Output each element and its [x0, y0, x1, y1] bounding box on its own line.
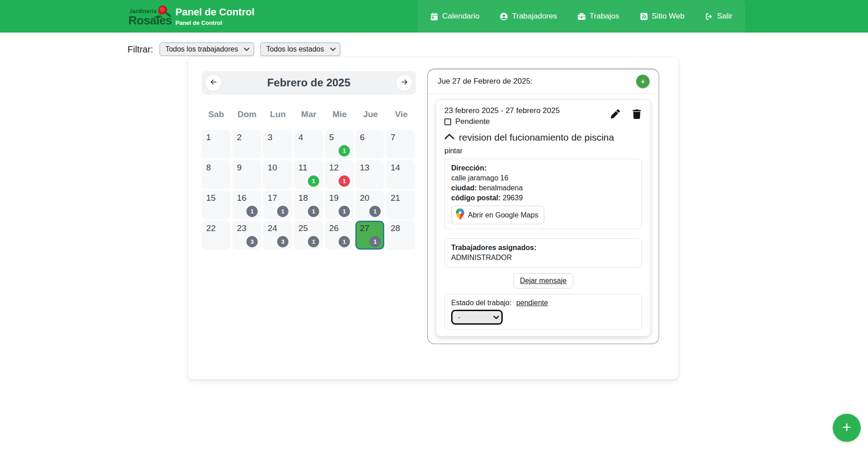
calendar-day-11[interactable]: 111 [294, 160, 323, 189]
nav-item-salir[interactable]: Salir [705, 12, 732, 21]
calendar-day-5[interactable]: 51 [325, 130, 354, 159]
day-number: 17 [268, 193, 277, 203]
address-box: Dirección: calle jaramago 16 ciudad: ben… [444, 159, 642, 229]
job-count-badge: 3 [277, 236, 288, 247]
day-number: 11 [298, 163, 307, 173]
weekday-label: Mie [325, 109, 354, 119]
prev-month-button[interactable] [205, 74, 222, 91]
weekday-label: Jue [356, 109, 385, 119]
calendar-day-14[interactable]: 14 [386, 160, 415, 189]
job-count-badge: 1 [308, 236, 319, 247]
calendar-day-22[interactable]: 22 [202, 221, 231, 250]
workers-box: Trabajadores asignados: ADMINISTRADOR [444, 238, 642, 268]
job-count-badge: 1 [308, 175, 319, 187]
selected-day-title: Jue 27 de Febrero de 2025: [438, 77, 533, 86]
calendar-day-15[interactable]: 15 [202, 190, 231, 219]
calendar-day-27[interactable]: 271 [355, 221, 384, 250]
pendiente-label: Pendiente [455, 117, 490, 126]
status-box: Estado del trabajo: pendiente - [444, 294, 642, 330]
sign-out-icon [705, 13, 713, 20]
day-number: 15 [206, 193, 216, 203]
add-job-button[interactable]: + [636, 75, 650, 88]
job-count-badge: 1 [277, 206, 288, 217]
calendar-day-6[interactable]: 6 [355, 130, 384, 159]
day-number: 7 [391, 132, 396, 142]
day-number: 20 [360, 193, 369, 203]
open-google-maps-button[interactable]: Abrir en Google Maps [451, 206, 544, 224]
calendar-day-23[interactable]: 233 [232, 221, 261, 250]
app-header: Jardineria Rosales Panel de Control Pane… [0, 0, 868, 33]
workers-filter-select[interactable]: Todos los trabajadores [160, 43, 254, 56]
calendar-day-16[interactable]: 161 [232, 190, 261, 219]
delete-job-button[interactable] [632, 109, 641, 126]
calendar-day-7[interactable]: 7 [386, 130, 415, 159]
status-value: pendiente [516, 299, 548, 307]
day-number: 12 [329, 163, 339, 173]
calendar: Febrero de 2025 SabDomLunMarMieJueVie 12… [202, 71, 416, 250]
day-number: 14 [391, 163, 400, 173]
calendar-day-13[interactable]: 13 [355, 160, 384, 189]
calendar-day-8[interactable]: 8 [202, 160, 231, 189]
calendar-day-21[interactable]: 21 [386, 190, 415, 219]
calendar-day-12[interactable]: 121 [325, 160, 354, 189]
job-title: revision del fucionamiento de piscina [459, 132, 614, 143]
next-month-button[interactable] [396, 74, 413, 91]
main-content-card: Febrero de 2025 SabDomLunMarMieJueVie 12… [188, 57, 678, 379]
trash-icon [632, 109, 641, 126]
address-label: Dirección: [451, 164, 486, 172]
job-date-range: 23 febrero 2025 - 27 febrero 2025 [444, 106, 560, 116]
nav-item-calendario[interactable]: Calendario [430, 12, 479, 21]
calendar-day-4[interactable]: 4 [294, 130, 323, 159]
postal-label: código postal: [451, 194, 500, 202]
city-value: benalmadena [479, 184, 523, 192]
calendar-day-18[interactable]: 181 [294, 190, 323, 219]
workers-label: Trabajadores asignados: [451, 243, 635, 253]
calendar-day-9[interactable]: 9 [232, 160, 261, 189]
weekday-label: Sab [202, 109, 231, 119]
calendar-day-28[interactable]: 28 [386, 221, 415, 250]
job-title-toggle[interactable]: revision del fucionamiento de piscina [444, 132, 642, 143]
nav-item-label: Trabajadores [512, 12, 557, 21]
weekday-label: Vie [387, 109, 416, 119]
logo-text-big: Rosales [128, 14, 172, 28]
page-subtitle: Panel de Control [175, 19, 255, 26]
calendar-day-26[interactable]: 261 [325, 221, 354, 250]
calendar-day-25[interactable]: 251 [294, 221, 323, 250]
job-status-select[interactable]: - [451, 310, 503, 325]
plus-icon: + [842, 418, 851, 436]
day-number: 4 [298, 132, 303, 142]
blog-icon [640, 13, 648, 20]
calendar-day-24[interactable]: 243 [263, 221, 292, 250]
leave-message-button[interactable]: Dejar mensaje [513, 273, 573, 288]
nav-item-trabajadores[interactable]: Trabajadores [500, 12, 557, 21]
day-number: 16 [237, 193, 246, 203]
add-job-fab[interactable]: + [833, 414, 861, 442]
calendar-day-19[interactable]: 191 [325, 190, 354, 219]
calendar-day-10[interactable]: 10 [263, 160, 292, 189]
weekday-row: SabDomLunMarMieJueVie [202, 109, 416, 119]
job-count-badge: 3 [246, 236, 258, 247]
calendar-day-3[interactable]: 3 [263, 130, 292, 159]
calendar-day-1[interactable]: 1 [202, 130, 231, 159]
calendar-day-2[interactable]: 2 [232, 130, 261, 159]
panel-header: Jue 27 de Febrero de 2025: + [428, 69, 659, 94]
page-title: Panel de Control [175, 6, 255, 18]
calendar-day-20[interactable]: 201 [355, 190, 384, 219]
calendar-day-17[interactable]: 171 [263, 190, 292, 219]
filter-bar: Filtrar: Todos los trabajadores Todos lo… [127, 42, 868, 57]
calendar-header: Febrero de 2025 [202, 71, 416, 95]
day-number: 18 [298, 193, 308, 203]
plus-icon: + [640, 77, 645, 86]
nav-item-label: Salir [717, 12, 732, 21]
day-number: 26 [329, 223, 339, 233]
edit-job-button[interactable] [611, 109, 620, 126]
job-subtitle: pintar [444, 147, 642, 155]
user-circle-icon [500, 13, 508, 20]
nav-item-sitio-web[interactable]: Sitio Web [640, 12, 684, 21]
workers-value: ADMINISTRADOR [451, 253, 635, 263]
status-filter-select[interactable]: Todos los estados [260, 43, 340, 56]
nav-item-trabajos[interactable]: Trabajos [578, 12, 619, 21]
pendiente-checkbox[interactable] [444, 118, 451, 125]
postal-value: 29639 [503, 194, 523, 202]
job-count-badge: 1 [369, 206, 381, 217]
